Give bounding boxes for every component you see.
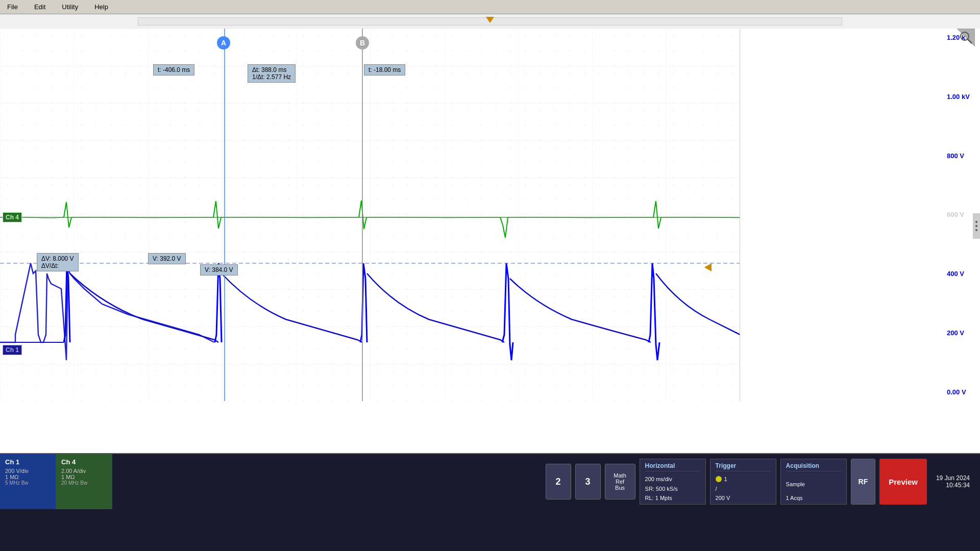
- menu-bar: File Edit Utility Help: [0, 0, 980, 14]
- svg-marker-7: [957, 29, 975, 46]
- trigger-marker: [486, 17, 494, 23]
- dv-value: ΔV: 8.000 V: [41, 255, 74, 262]
- ch1-info-box[interactable]: Ch 1 200 V/div 1 MΩ 5 MHz Bw: [0, 454, 56, 509]
- middle-toolbar: 2 3 Math Ref Bus Horizontal 200 ms/div S…: [112, 454, 980, 509]
- scale-0v: 0.00 V: [944, 388, 966, 396]
- cursor-a-label: A: [217, 36, 230, 49]
- button-2[interactable]: 2: [546, 464, 571, 499]
- trigger-number: 1: [724, 476, 727, 482]
- trigger-position-bar: [0, 14, 980, 29]
- trigger-title: Trigger: [716, 462, 771, 471]
- trigger-level: 200 V: [716, 495, 771, 501]
- scale-200v: 200 V: [944, 329, 964, 337]
- acquisition-mode: Sample: [786, 481, 841, 487]
- horizontal-panel[interactable]: Horizontal 200 ms/div SR: 500 kS/s RL: 1…: [640, 459, 706, 505]
- scope-container: A B t: -406.0 ms Δt: 388.0 ms 1/Δt: 2.57…: [0, 14, 980, 509]
- scope-display: A B t: -406.0 ms Δt: 388.0 ms 1/Δt: 2.57…: [0, 29, 740, 401]
- menu-utility[interactable]: Utility: [59, 2, 81, 12]
- ch1-channel-label: Ch 1: [3, 345, 22, 355]
- ch4-info-box[interactable]: Ch 4 2.00 A/div 1 MΩ 20 MHz Bw: [56, 454, 112, 509]
- math-ref-bus-button[interactable]: Math Ref Bus: [605, 464, 635, 499]
- horizontal-sr: SR: 500 kS/s: [645, 486, 700, 492]
- time-display: 10:45:34: [946, 482, 970, 489]
- math-label: Math: [614, 472, 626, 479]
- trigger-line: [138, 17, 842, 26]
- cursor-a-time: t: -406.0 ms: [153, 64, 194, 76]
- ch1-label-top: Ch 1: [5, 458, 51, 466]
- delta-freq: 1/Δt: 2.577 Hz: [252, 73, 291, 81]
- scale-600v: 600 V: [944, 211, 964, 218]
- cursor-b-label: B: [356, 36, 369, 49]
- ch4-impedance: 1 MΩ: [61, 474, 107, 480]
- dot2: [975, 225, 977, 227]
- button-3[interactable]: 3: [575, 464, 601, 499]
- datetime-display: 19 Jun 2024 10:45:34: [931, 474, 975, 489]
- preview-button[interactable]: Preview: [879, 459, 927, 505]
- rf-button[interactable]: RF: [851, 459, 876, 505]
- menu-help[interactable]: Help: [91, 2, 111, 12]
- menu-file[interactable]: File: [4, 2, 21, 12]
- ch4-channel-label: Ch 4: [3, 212, 22, 222]
- zoom-icon[interactable]: [954, 29, 975, 49]
- ch1-bandwidth: 5 MHz Bw: [5, 480, 51, 486]
- horizontal-title: Horizontal: [645, 462, 700, 471]
- ch1-volts-div: 200 V/div: [5, 468, 51, 474]
- scale-800v: 800 V: [944, 152, 964, 160]
- scale-400v: 400 V: [944, 270, 964, 278]
- ref-label: Ref: [616, 479, 624, 485]
- trigger-panel[interactable]: Trigger 1 / 200 V: [710, 459, 776, 505]
- horizontal-time-div: 200 ms/div: [645, 476, 700, 482]
- date-display: 19 Jun 2024: [936, 474, 970, 482]
- bottom-toolbar: Ch 1 200 V/div 1 MΩ 5 MHz Bw Ch 4 2.00 A…: [0, 453, 980, 509]
- delta-time-meas: Δt: 388.0 ms 1/Δt: 2.577 Hz: [248, 64, 296, 83]
- scale-100kv: 1.00 kV: [944, 93, 970, 101]
- acquisition-title: Acquisition: [786, 462, 841, 471]
- trigger-number-row: 1: [716, 476, 771, 482]
- ch1-impedance: 1 MΩ: [5, 474, 51, 480]
- horizontal-rl: RL: 1 Mpts: [645, 495, 700, 501]
- more-options-button[interactable]: [973, 213, 980, 239]
- ch4-label-top: Ch 4: [61, 458, 107, 466]
- delta-t: Δt: 388.0 ms: [252, 66, 291, 73]
- trigger-type: /: [716, 486, 771, 492]
- trigger-dot-icon: [716, 476, 722, 482]
- menu-edit[interactable]: Edit: [31, 2, 48, 12]
- dot1: [975, 221, 977, 223]
- svg-rect-3: [0, 29, 740, 401]
- ch4-amps-div: 2.00 A/div: [61, 468, 107, 474]
- cursor-a-voltage: V: 392.0 V: [148, 253, 186, 264]
- delta-voltage-meas: ΔV: 8.000 V ΔV/Δt:: [37, 253, 79, 271]
- grid: [0, 29, 740, 401]
- cursor-b-time: t: -18.00 ms: [364, 64, 405, 76]
- acquisition-panel[interactable]: Acquisition Sample 1 Acqs: [780, 459, 847, 505]
- trigger-level-marker: [704, 263, 712, 271]
- cursor-b-voltage: V: 384.0 V: [200, 264, 238, 276]
- acquisition-acqs: 1 Acqs: [786, 495, 841, 501]
- ch4-bandwidth: 20 MHz Bw: [61, 480, 107, 486]
- bus-label: Bus: [615, 485, 625, 491]
- dvdt-value: ΔV/Δt:: [41, 262, 74, 269]
- dot3: [975, 229, 977, 231]
